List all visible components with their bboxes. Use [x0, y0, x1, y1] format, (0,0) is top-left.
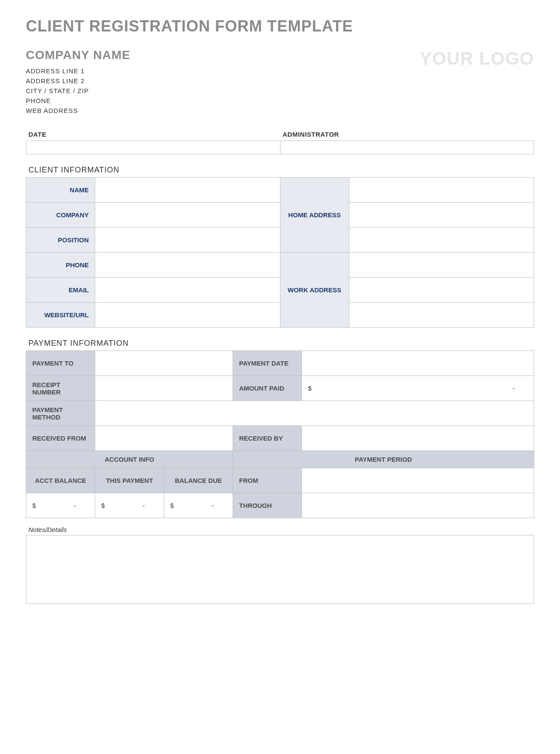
- date-label: DATE: [26, 129, 280, 140]
- website-label: WEBSITE/URL: [26, 303, 95, 328]
- receipt-number-label: RECEIPT NUMBER: [26, 376, 95, 401]
- received-from-input[interactable]: [95, 426, 233, 451]
- through-input[interactable]: [302, 493, 534, 518]
- city-state-zip: CITY / STATE / ZIP: [26, 87, 131, 94]
- payment-date-label: PAYMENT DATE: [233, 351, 302, 376]
- balance-due-input[interactable]: $-: [164, 493, 233, 518]
- email-input[interactable]: [95, 278, 280, 303]
- name-label: NAME: [26, 178, 95, 203]
- payment-period-header: PAYMENT PERIOD: [233, 451, 534, 468]
- page-title: CLIENT REGISTRATION FORM TEMPLATE: [26, 17, 534, 35]
- payment-info-table: PAYMENT TO PAYMENT DATE RECEIPT NUMBER A…: [26, 350, 534, 518]
- payment-method-input[interactable]: [95, 401, 534, 426]
- administrator-input[interactable]: [280, 141, 534, 154]
- from-input[interactable]: [302, 468, 534, 493]
- company-input[interactable]: [95, 203, 280, 228]
- company-label: COMPANY: [26, 203, 95, 228]
- home-address-input-2[interactable]: [349, 203, 534, 228]
- address-line-1: ADDRESS LINE 1: [26, 67, 131, 75]
- position-label: POSITION: [26, 228, 95, 253]
- work-address-input-2[interactable]: [349, 278, 534, 303]
- payment-to-label: PAYMENT TO: [26, 351, 95, 376]
- name-input[interactable]: [95, 178, 280, 203]
- received-from-label: RECEIVED FROM: [26, 426, 95, 451]
- logo-placeholder: YOUR LOGO: [420, 48, 534, 69]
- work-address-label: WORK ADDRESS: [280, 253, 349, 328]
- work-address-input-1[interactable]: [349, 253, 534, 278]
- client-info-table: NAME HOME ADDRESS COMPANY POSITION PHONE…: [26, 177, 534, 328]
- date-admin-row: DATE ADMINISTRATOR: [26, 129, 534, 154]
- client-info-section-title: CLIENT INFORMATION: [28, 166, 534, 175]
- home-address-input-3[interactable]: [349, 228, 534, 253]
- phone-input[interactable]: [95, 253, 280, 278]
- administrator-label: ADMINISTRATOR: [280, 129, 534, 140]
- work-address-input-3[interactable]: [349, 303, 534, 328]
- amount-paid-label: AMOUNT PAID: [233, 376, 302, 401]
- date-input[interactable]: [26, 141, 280, 154]
- received-by-input[interactable]: [302, 426, 534, 451]
- web-address: WEB ADDRESS: [26, 107, 131, 114]
- company-block: COMPANY NAME ADDRESS LINE 1 ADDRESS LINE…: [26, 48, 131, 117]
- position-input[interactable]: [95, 228, 280, 253]
- payment-method-label: PAYMENT METHOD: [26, 401, 95, 426]
- this-payment-label: THIS PAYMENT: [95, 468, 164, 493]
- payment-to-input[interactable]: [95, 351, 233, 376]
- amount-paid-input[interactable]: $-: [302, 376, 534, 401]
- account-info-header: ACCOUNT INFO: [26, 451, 233, 468]
- payment-info-section-title: PAYMENT INFORMATION: [28, 339, 534, 348]
- email-label: EMAIL: [26, 278, 95, 303]
- notes-input[interactable]: [26, 535, 534, 604]
- website-input[interactable]: [95, 303, 280, 328]
- acct-balance-input[interactable]: $-: [26, 493, 95, 518]
- phone-label: PHONE: [26, 253, 95, 278]
- received-by-label: RECEIVED BY: [233, 426, 302, 451]
- through-label: THROUGH: [233, 493, 302, 518]
- balance-due-label: BALANCE DUE: [164, 468, 233, 493]
- receipt-number-input[interactable]: [95, 376, 233, 401]
- home-address-label: HOME ADDRESS: [280, 178, 349, 253]
- company-name: COMPANY NAME: [26, 48, 131, 62]
- address-line-2: ADDRESS LINE 2: [26, 77, 131, 84]
- this-payment-input[interactable]: $-: [95, 493, 164, 518]
- notes-label: Notes/Details: [28, 526, 534, 533]
- from-label: FROM: [233, 468, 302, 493]
- header-row: COMPANY NAME ADDRESS LINE 1 ADDRESS LINE…: [26, 48, 534, 117]
- home-address-input-1[interactable]: [349, 178, 534, 203]
- payment-date-input[interactable]: [302, 351, 534, 376]
- acct-balance-label: ACCT BALANCE: [26, 468, 95, 493]
- company-phone: PHONE: [26, 97, 131, 104]
